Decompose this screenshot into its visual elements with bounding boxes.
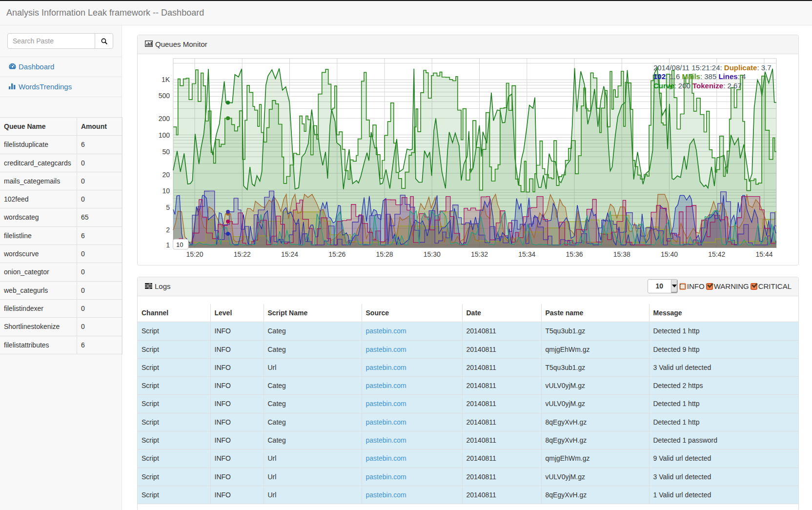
svg-text:15:38: 15:38 [613,250,630,258]
svg-text:2: 2 [166,226,170,234]
svg-text:15:22: 15:22 [234,250,251,258]
svg-text:10: 10 [176,241,183,248]
svg-text:15:26: 15:26 [328,250,345,258]
svg-text:15:36: 15:36 [566,250,583,258]
svg-text:15:44: 15:44 [755,250,772,258]
svg-text:100: 100 [159,131,170,139]
svg-text:15:34: 15:34 [518,250,535,258]
svg-text:200: 200 [159,115,170,122]
svg-text:500: 500 [159,92,170,100]
svg-text:15:32: 15:32 [471,250,488,258]
svg-text:1K: 1K [162,76,170,83]
svg-text:15:28: 15:28 [376,250,393,258]
svg-text:15:20: 15:20 [186,250,203,258]
svg-text:Curve: 200 Tokenize: 2.67: Curve: 200 Tokenize: 2.67 [653,82,742,90]
svg-text:15:30: 15:30 [424,250,441,258]
svg-text:15:42: 15:42 [708,250,725,258]
svg-text:2014/08/11 15:21:24: Duplicate: 2014/08/11 15:21:24: Duplicate: 3.7 [653,63,771,72]
svg-text:15:24: 15:24 [281,250,298,258]
svg-text:102: 1.6 Mails: 385 Lines: 4: 102: 1.6 Mails: 385 Lines: 4 [653,72,746,81]
svg-text:50: 50 [162,148,170,156]
svg-text:1: 1 [166,241,170,249]
svg-text:15:40: 15:40 [661,250,678,258]
svg-text:5: 5 [166,204,170,211]
svg-text:10: 10 [162,187,170,195]
svg-text:20: 20 [162,171,170,179]
